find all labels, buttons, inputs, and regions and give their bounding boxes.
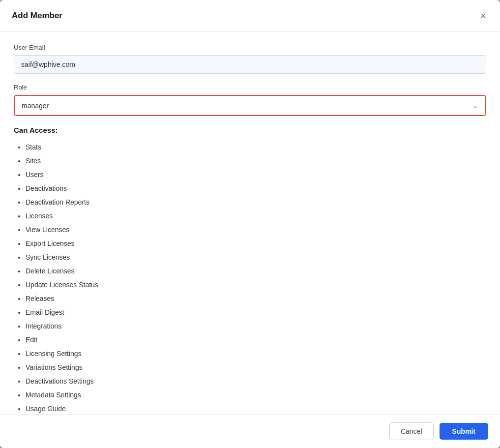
list-item: Sync Licenses — [26, 250, 486, 264]
access-list: StatsSitesUsersDeactivationsDeactivation… — [14, 140, 486, 414]
list-item: Integrations — [26, 319, 486, 333]
can-access-title: Can Access: — [14, 126, 486, 134]
list-item: Metadata Settings — [26, 388, 486, 402]
chevron-down-icon: ⌄ — [472, 101, 478, 110]
close-button[interactable]: × — [478, 9, 488, 23]
list-item: Export Licenses — [26, 237, 486, 250]
email-form-group: User Email — [14, 44, 486, 74]
list-item: Update Licenses Status — [26, 278, 486, 292]
modal-overlay: Add Member × User Email Role manager ⌄ — [0, 0, 500, 448]
list-item: Deactivations — [26, 181, 486, 195]
submit-button[interactable]: Submit — [440, 423, 488, 440]
role-label: Role — [14, 84, 486, 91]
list-item: Sites — [26, 154, 486, 168]
list-item: Releases — [26, 292, 486, 305]
role-select-inner[interactable]: manager ⌄ — [15, 96, 485, 115]
role-select-value: manager — [22, 102, 49, 110]
list-item: Stats — [26, 140, 486, 154]
email-field[interactable] — [14, 55, 486, 74]
cancel-button[interactable]: Cancel — [389, 422, 434, 440]
list-item: Usage Guide — [26, 402, 486, 414]
list-item: Variations Settings — [26, 360, 486, 374]
list-item: Delete Licenses — [26, 264, 486, 278]
role-select-wrapper[interactable]: manager ⌄ — [14, 95, 486, 116]
list-item: Deactivation Reports — [26, 195, 486, 209]
modal-title: Add Member — [12, 11, 62, 21]
list-item: Email Digest — [26, 305, 486, 319]
modal-body: User Email Role manager ⌄ Can Access: St… — [0, 32, 500, 414]
list-item: Deactivations Settings — [26, 374, 486, 388]
role-form-group: Role manager ⌄ — [14, 84, 486, 116]
list-item: Licensing Settings — [26, 347, 486, 360]
list-item: Licenses — [26, 209, 486, 223]
list-item: View Licenses — [26, 223, 486, 237]
modal-header: Add Member × — [0, 0, 500, 32]
can-access-section: Can Access: StatsSitesUsersDeactivations… — [14, 126, 486, 414]
list-item: Edit — [26, 333, 486, 347]
email-label: User Email — [14, 44, 486, 51]
add-member-modal: Add Member × User Email Role manager ⌄ — [0, 0, 500, 448]
list-item: Users — [26, 168, 486, 181]
modal-footer: Cancel Submit — [0, 414, 500, 448]
